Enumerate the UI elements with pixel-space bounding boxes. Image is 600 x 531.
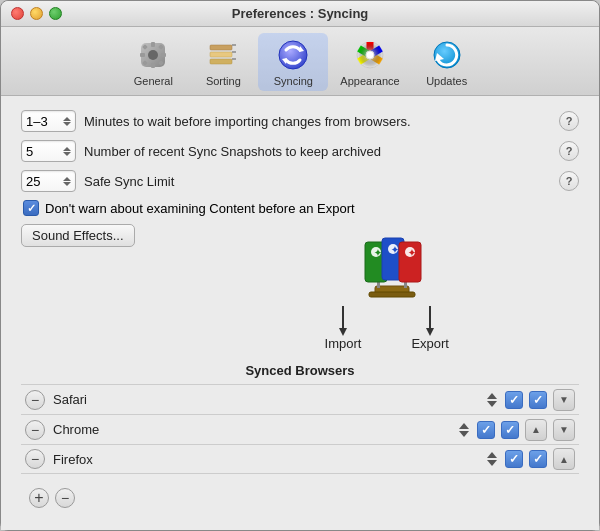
safari-export-checkbox[interactable] <box>529 391 547 409</box>
tab-sorting[interactable]: Sorting <box>188 33 258 91</box>
snapshots-value: 5 <box>26 144 63 159</box>
svg-marker-38 <box>339 328 347 336</box>
tab-updates[interactable]: Updates <box>412 33 482 91</box>
chrome-import-checkbox[interactable] <box>477 421 495 439</box>
safe-sync-down-arrow[interactable] <box>63 182 71 186</box>
svg-rect-2 <box>151 42 155 47</box>
svg-marker-42 <box>487 401 497 407</box>
snapshots-up-arrow[interactable] <box>63 147 71 151</box>
titlebar: Preferences : Syncing <box>1 1 599 27</box>
chrome-sort-arrows[interactable] <box>457 421 471 439</box>
svg-marker-40 <box>426 328 434 336</box>
snapshots-help-button[interactable]: ? <box>559 141 579 161</box>
svg-point-21 <box>366 51 374 59</box>
safe-sync-up-arrow[interactable] <box>63 177 71 181</box>
safari-scroll-down[interactable]: ▼ <box>553 389 575 411</box>
safari-remove-button[interactable]: − <box>25 390 45 410</box>
minutes-help-button[interactable]: ? <box>559 111 579 131</box>
snapshots-row: 5 Number of recent Sync Snapshots to kee… <box>21 140 579 162</box>
snapshots-down-arrow[interactable] <box>63 152 71 156</box>
svg-marker-43 <box>459 423 469 429</box>
main-content: 1–3 Minutes to wait before importing cha… <box>1 96 599 530</box>
remove-browser-button[interactable]: − <box>55 488 75 508</box>
syncing-icon <box>275 37 311 73</box>
safari-name: Safari <box>53 392 485 407</box>
firefox-remove-button[interactable]: − <box>25 449 45 469</box>
window-title: Preferences : Syncing <box>232 6 369 21</box>
preferences-window: Preferences : Syncing <box>0 0 600 531</box>
firefox-scroll-up[interactable]: ▲ <box>553 448 575 470</box>
svg-marker-45 <box>487 452 497 458</box>
safari-sort-arrows[interactable] <box>485 391 499 409</box>
maximize-button[interactable] <box>49 7 62 20</box>
svg-marker-46 <box>487 460 497 466</box>
dont-warn-label: Don't warn about examining Content befor… <box>45 201 355 216</box>
traffic-lights <box>11 7 62 20</box>
safe-sync-value: 25 <box>26 174 63 189</box>
general-tab-label: General <box>134 75 173 87</box>
safe-sync-help-button[interactable]: ? <box>559 171 579 191</box>
svg-text:✦: ✦ <box>408 248 416 258</box>
svg-text:✦: ✦ <box>391 245 399 255</box>
svg-rect-3 <box>151 63 155 68</box>
minutes-row: 1–3 Minutes to wait before importing cha… <box>21 110 579 132</box>
chrome-remove-button[interactable]: − <box>25 420 45 440</box>
updates-icon <box>429 37 465 73</box>
tab-general[interactable]: General <box>118 33 188 91</box>
svg-text:✦: ✦ <box>374 248 382 258</box>
mascot-figure: ✦ ✦ ✦ <box>347 224 437 304</box>
svg-marker-41 <box>487 393 497 399</box>
minutes-spinner[interactable]: 1–3 <box>21 110 76 132</box>
browsers-header: Synced Browsers <box>21 363 579 378</box>
chrome-scroll-down[interactable]: ▼ <box>553 419 575 441</box>
snapshots-arrows[interactable] <box>63 147 71 156</box>
safari-controls: ▼ <box>485 389 575 411</box>
firefox-sort-arrows[interactable] <box>485 450 499 468</box>
chrome-row: − Chrome ▲ ▼ <box>21 414 579 444</box>
tab-syncing[interactable]: Syncing <box>258 33 328 91</box>
toolbar: General Sorting <box>1 27 599 96</box>
chrome-scroll-up[interactable]: ▲ <box>525 419 547 441</box>
svg-rect-11 <box>210 52 232 57</box>
dont-warn-row: Don't warn about examining Content befor… <box>23 200 579 216</box>
gear-icon <box>135 37 171 73</box>
sound-effects-button[interactable]: Sound Effects... <box>21 224 135 247</box>
firefox-row: − Firefox ▲ <box>21 444 579 474</box>
sorting-icon <box>205 37 241 73</box>
minutes-label: Minutes to wait before importing changes… <box>84 114 551 129</box>
firefox-import-checkbox[interactable] <box>505 450 523 468</box>
snapshots-label: Number of recent Sync Snapshots to keep … <box>84 144 551 159</box>
svg-point-1 <box>148 50 158 60</box>
appearance-icon <box>352 37 388 73</box>
export-label: Export <box>411 336 449 351</box>
sorting-tab-label: Sorting <box>206 75 241 87</box>
import-label: Import <box>325 336 362 351</box>
safe-sync-row: 25 Safe Sync Limit ? <box>21 170 579 192</box>
appearance-tab-label: Appearance <box>340 75 399 87</box>
add-browser-button[interactable]: + <box>29 488 49 508</box>
svg-rect-12 <box>210 59 232 64</box>
snapshots-spinner[interactable]: 5 <box>21 140 76 162</box>
safe-sync-arrows[interactable] <box>63 177 71 186</box>
safari-import-checkbox[interactable] <box>505 391 523 409</box>
chrome-name: Chrome <box>53 422 457 437</box>
firefox-export-checkbox[interactable] <box>529 450 547 468</box>
safe-sync-label: Safe Sync Limit <box>84 174 551 189</box>
chrome-export-checkbox[interactable] <box>501 421 519 439</box>
close-button[interactable] <box>11 7 24 20</box>
minutes-value: 1–3 <box>26 114 63 129</box>
minimize-button[interactable] <box>30 7 43 20</box>
minutes-down-arrow[interactable] <box>63 122 71 126</box>
tab-appearance[interactable]: Appearance <box>328 33 411 91</box>
minutes-up-arrow[interactable] <box>63 117 71 121</box>
svg-rect-10 <box>210 45 232 50</box>
dont-warn-checkbox[interactable] <box>23 200 39 216</box>
svg-marker-44 <box>459 431 469 437</box>
firefox-name: Firefox <box>53 452 485 467</box>
updates-tab-label: Updates <box>426 75 467 87</box>
firefox-controls: ▲ <box>485 448 575 470</box>
minutes-arrows[interactable] <box>63 117 71 126</box>
svg-rect-5 <box>161 53 166 57</box>
safe-sync-spinner[interactable]: 25 <box>21 170 76 192</box>
syncing-tab-label: Syncing <box>274 75 313 87</box>
